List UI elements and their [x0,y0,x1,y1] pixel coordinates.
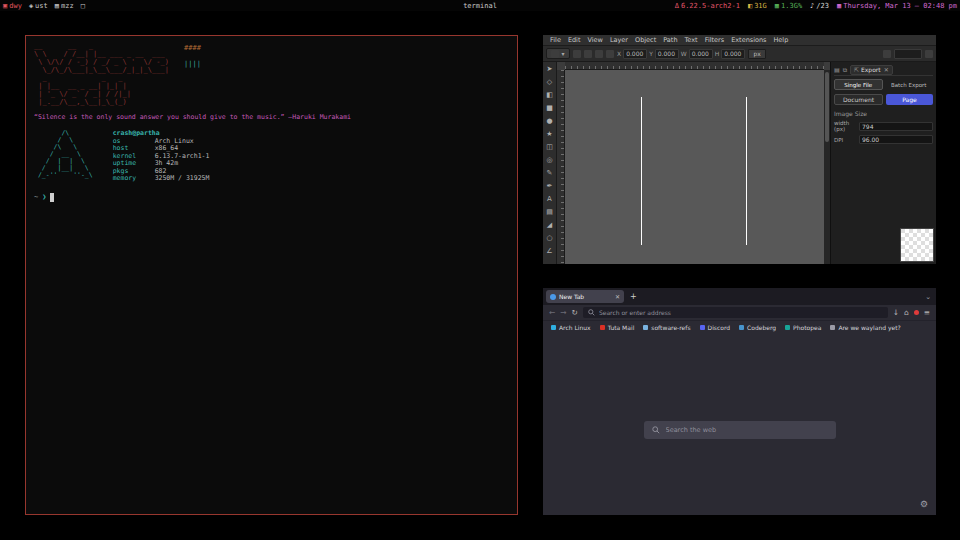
toolbox-icon[interactable]: ● [543,115,556,128]
tab-close-icon[interactable]: ✕ [615,293,620,300]
display-mode-icon[interactable] [925,50,933,58]
toolbox-icon[interactable]: ✒ [543,180,556,193]
toolbox-icon[interactable]: ◎ [543,154,556,167]
deselect-icon[interactable] [584,50,592,58]
toolbox-icon[interactable]: ◇ [543,76,556,89]
rotate-icon[interactable] [595,50,603,58]
menu-item[interactable]: File [547,36,564,44]
toolbox-icon[interactable]: ✎ [543,167,556,180]
field-input[interactable]: 0.000 [655,49,679,59]
new-tab-button[interactable]: + [627,292,640,301]
terminal-window[interactable]: __ __ _ \ \ / /__| |__ ___ _ __ ___ \ \/… [25,35,518,515]
bookmark-item[interactable]: Codeberg [739,324,776,331]
width-field[interactable]: 794 [859,122,933,131]
toolbox-icon[interactable]: ➤ [543,63,556,76]
workspace-item[interactable]: ◈ ust [29,2,48,10]
menu-item[interactable]: Object [632,36,659,44]
scale-lock-icon[interactable] [883,50,891,58]
swatches-icon[interactable]: ⧉ [843,66,847,74]
menu-icon[interactable]: ≡ [924,308,930,317]
document-button[interactable]: Document [834,94,883,105]
search-icon [652,426,660,434]
web-search-box[interactable] [644,421,836,439]
menu-item[interactable]: Text [682,36,701,44]
dpi-field[interactable]: 96.00 [859,135,933,144]
workspace-icon: ◈ [29,2,33,10]
tab-batch-export[interactable]: Batch Export [885,79,934,90]
bookmark-item[interactable]: Photopea [785,324,821,331]
inkscape-canvas[interactable] [565,70,824,264]
menu-item[interactable]: Edit [565,36,584,44]
menu-item[interactable]: View [584,36,605,44]
recording-indicator-icon[interactable] [914,310,919,315]
bookmark-item[interactable]: Discord [700,324,731,331]
field-label: W [681,50,687,57]
tab-new-tab[interactable]: New Tab ✕ [546,290,624,303]
export-preview-thumbnail [900,228,934,262]
toolbox-icon[interactable]: ◧ [543,89,556,102]
toolbox-icon[interactable]: ▤ [543,206,556,219]
page-button[interactable]: Page [886,94,933,105]
menu-item[interactable]: Help [770,36,791,44]
image-size-label: Image Size [834,110,933,117]
bookmark-item[interactable]: Tuta Mail [600,324,635,331]
canvas-zone [557,62,830,264]
field-input[interactable]: 0.000 [721,49,745,59]
field-label: Y [649,50,653,57]
scrollbar-thumb[interactable] [825,72,829,142]
vertical-ruler[interactable] [557,70,565,264]
toolbox-icon[interactable]: ◫ [543,141,556,154]
snap-dropdown[interactable]: ▾ [546,48,570,59]
status-module: ▦ 1.3G% [775,2,802,10]
toolbox-icon[interactable]: ■ [543,102,556,115]
menu-item[interactable]: Layer [607,36,631,44]
page-edge-right [746,97,747,245]
new-tab-page: ⚙ [543,333,936,515]
select-all-icon[interactable] [573,50,581,58]
fetch-field-label: memory [113,175,151,183]
back-button[interactable]: ← [549,308,555,317]
menu-item[interactable]: Filters [702,36,727,44]
gear-icon[interactable]: ⚙ [920,499,928,509]
bookmark-item[interactable]: Arch Linux [551,324,591,331]
export-mode-tabs: Single File Batch Export [834,79,933,90]
address-input[interactable] [599,309,883,316]
toolbox-icon[interactable]: ○ [543,232,556,245]
toolbox-icon[interactable]: ◢ [543,219,556,232]
fetch-row: memory 3250M / 31925M [113,175,210,183]
downloads-icon[interactable]: ↓ [893,308,899,317]
horizontal-ruler[interactable] [565,62,824,70]
home-icon[interactable]: ⌂ [904,308,909,317]
workspace-item[interactable]: ▣ dwy [3,2,22,10]
toolbox-icon[interactable]: ★ [543,128,556,141]
field-input[interactable]: 0.000 [623,49,647,59]
reload-button[interactable]: ↻ [572,308,578,317]
forward-button[interactable]: → [560,308,566,317]
export-panel-tab[interactable]: ⇱ Export ✕ [850,65,893,75]
workspace-item[interactable]: □ [81,2,87,10]
field-input[interactable]: 0.000 [689,49,713,59]
browser-window[interactable]: New Tab ✕ + ⌄ ← → ↻ ↓ ⌂ ≡ Arch Linux Tut… [543,288,936,515]
document-properties-icon[interactable]: ▤ [834,66,840,73]
address-bar[interactable] [583,307,888,318]
inkscape-window[interactable]: File Edit View Layer Object Path Text Fi… [543,35,936,264]
close-icon[interactable]: ✕ [884,66,889,73]
bookmark-favicon [551,325,556,330]
flip-icon[interactable] [606,50,614,58]
menu-item[interactable]: Extensions [728,36,769,44]
inkscape-command-bar: ▾ X 0.000 Y 0.000 W 0.000 [543,46,936,62]
shell-prompt[interactable]: ~ ❯ [34,193,509,202]
menu-item[interactable]: Path [660,36,680,44]
toolbox-icon[interactable]: ∠ [543,245,556,258]
bookmark-item[interactable]: Are we wayland yet? [830,324,900,331]
chevron-down-icon: ▾ [561,50,564,57]
list-all-tabs-icon[interactable]: ⌄ [925,293,933,301]
bookmark-item[interactable]: software-refs [643,324,690,331]
web-search-input[interactable] [666,426,828,434]
tab-single-file[interactable]: Single File [834,79,883,90]
toolbox-icon[interactable]: A [543,193,556,206]
export-panel-header: ▤ ⧉ ⇱ Export ✕ [834,64,933,76]
workspace-item[interactable]: ▤ mzz [55,2,74,10]
zoom-field[interactable] [894,49,922,59]
unit-selector[interactable]: px [748,49,766,59]
